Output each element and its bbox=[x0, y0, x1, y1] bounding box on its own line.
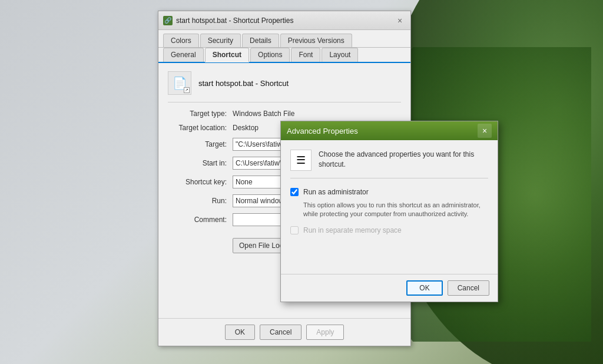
advanced-footer: OK Cancel bbox=[281, 274, 498, 302]
comment-label: Comment: bbox=[168, 216, 233, 224]
target-location-label: Target location: bbox=[168, 124, 233, 132]
cancel-button[interactable]: Cancel bbox=[260, 325, 302, 340]
advanced-description: Choose the advanced properties you want … bbox=[319, 150, 488, 170]
target-type-row: Target type: Windows Batch File bbox=[168, 110, 401, 118]
shortcut-window-footer: OK Cancel Apply bbox=[158, 318, 410, 346]
run-separate-memory-row: Run in separate memory space bbox=[290, 226, 488, 234]
tab-details[interactable]: Details bbox=[242, 34, 279, 47]
file-name-label: start hotspot.bat - Shortcut bbox=[198, 79, 289, 88]
run-as-admin-row: Run as administrator bbox=[290, 188, 488, 196]
advanced-close-button[interactable]: × bbox=[478, 124, 492, 138]
run-as-admin-label: Run as administrator bbox=[303, 188, 369, 196]
target-type-label: Target type: bbox=[168, 110, 233, 118]
target-location-value: Desktop bbox=[233, 124, 259, 132]
start-in-label: Start in: bbox=[168, 159, 233, 167]
file-icon: 📄 ↗ bbox=[168, 71, 191, 95]
apply-button[interactable]: Apply bbox=[306, 325, 344, 340]
window-close-button[interactable]: × bbox=[394, 15, 406, 27]
tab-font[interactable]: Font bbox=[291, 48, 320, 62]
advanced-titlebar: Advanced Properties × bbox=[281, 121, 498, 140]
advanced-cancel-button[interactable]: Cancel bbox=[448, 280, 489, 296]
run-as-admin-checkbox[interactable] bbox=[290, 188, 299, 196]
ok-button[interactable]: OK bbox=[225, 325, 255, 340]
shortcut-key-label: Shortcut key: bbox=[168, 178, 233, 186]
target-label: Target: bbox=[168, 140, 233, 148]
tab-security[interactable]: Security bbox=[200, 34, 241, 47]
run-as-admin-description: This option allows you to run this short… bbox=[303, 201, 488, 219]
tabs-row1: Colors Security Details Previous Version… bbox=[158, 30, 410, 48]
tabs-row2: General Shortcut Options Font Layout bbox=[158, 48, 410, 63]
target-type-value: Windows Batch File bbox=[233, 110, 294, 118]
tab-previous-versions[interactable]: Previous Versions bbox=[280, 34, 352, 47]
run-separate-memory-label: Run in separate memory space bbox=[303, 226, 402, 234]
advanced-content: ☰ Choose the advanced properties you wan… bbox=[281, 140, 498, 249]
run-label: Run: bbox=[168, 197, 233, 205]
window-titlebar: 🔗 start hotspot.bat - Shortcut Propertie… bbox=[158, 11, 410, 30]
advanced-ok-button[interactable]: OK bbox=[406, 280, 442, 296]
run-dropdown-value: Normal window bbox=[236, 197, 284, 205]
advanced-header: ☰ Choose the advanced properties you wan… bbox=[290, 150, 488, 178]
advanced-title: Advanced Properties bbox=[287, 127, 478, 135]
window-icon: 🔗 bbox=[163, 16, 173, 25]
shortcut-arrow-icon: ↗ bbox=[184, 87, 190, 93]
advanced-icon: ☰ bbox=[290, 150, 312, 171]
tab-layout[interactable]: Layout bbox=[322, 48, 358, 62]
list-icon: ☰ bbox=[296, 154, 306, 167]
tab-shortcut[interactable]: Shortcut bbox=[205, 48, 249, 62]
window-title: start hotspot.bat - Shortcut Properties bbox=[176, 16, 394, 25]
tab-general[interactable]: General bbox=[163, 48, 204, 62]
tab-options[interactable]: Options bbox=[250, 48, 290, 62]
tab-colors[interactable]: Colors bbox=[163, 34, 199, 47]
run-separate-memory-checkbox[interactable] bbox=[290, 226, 299, 234]
advanced-properties-dialog: Advanced Properties × ☰ Choose the advan… bbox=[280, 121, 498, 302]
file-header: 📄 ↗ start hotspot.bat - Shortcut bbox=[168, 71, 401, 102]
